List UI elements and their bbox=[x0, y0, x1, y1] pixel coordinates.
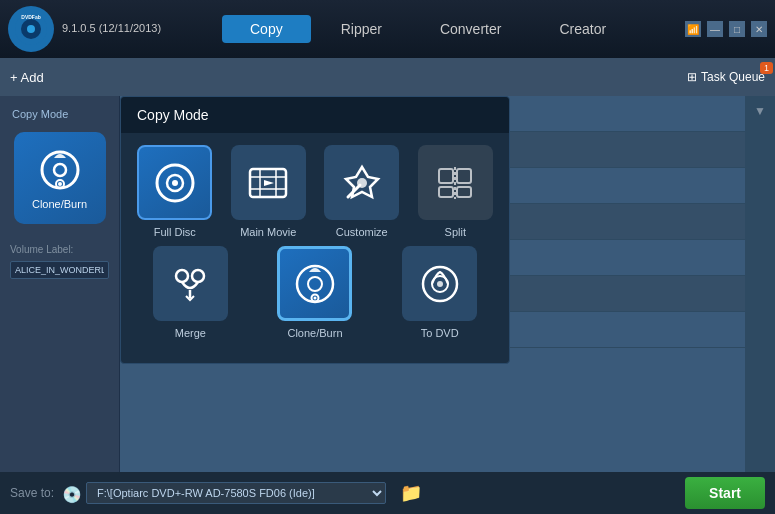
clone-burn-dropdown-label: Clone/Burn bbox=[287, 327, 342, 339]
mode-item-split[interactable]: Split bbox=[414, 145, 498, 238]
toolbar: + Add ⊞ Task Queue 1 bbox=[0, 58, 775, 96]
maximize-button[interactable]: □ bbox=[729, 21, 745, 37]
mode-item-customize[interactable]: Customize bbox=[320, 145, 404, 238]
copy-mode-dropdown: Copy Mode Full Disc bbox=[120, 96, 510, 364]
wifi-icon[interactable]: 📶 bbox=[685, 21, 701, 37]
clone-burn-sidebar-icon[interactable]: Clone/Burn bbox=[14, 132, 106, 224]
merge-icon bbox=[153, 246, 228, 321]
nav-tabs: Copy Ripper Converter Creator bbox=[179, 15, 677, 43]
svg-rect-20 bbox=[457, 169, 471, 183]
svg-rect-22 bbox=[457, 187, 471, 197]
tab-creator[interactable]: Creator bbox=[531, 15, 634, 43]
to-dvd-icon bbox=[402, 246, 477, 321]
customize-icon bbox=[324, 145, 399, 220]
copy-mode-dropdown-title: Copy Mode bbox=[121, 97, 509, 133]
main-movie-icon bbox=[231, 145, 306, 220]
titlebar: DVDFab 9.1.0.5 (12/11/2013) Copy Ripper … bbox=[0, 0, 775, 58]
add-button[interactable]: + Add bbox=[10, 70, 44, 85]
mode-item-full-disc[interactable]: Full Disc bbox=[133, 145, 217, 238]
svg-point-5 bbox=[54, 164, 66, 176]
merge-label: Merge bbox=[175, 327, 206, 339]
clone-burn-icon-dropdown bbox=[277, 246, 352, 321]
volume-input[interactable] bbox=[10, 261, 109, 279]
mode-item-to-dvd[interactable]: To DVD bbox=[382, 246, 497, 339]
folder-button[interactable]: 📁 bbox=[394, 482, 428, 504]
minimize-button[interactable]: — bbox=[707, 21, 723, 37]
sidebar: Copy Mode Clone/Burn Volume Label: bbox=[0, 96, 120, 472]
copy-mode-grid-row2: Merge Clone/Burn bbox=[121, 242, 509, 347]
copy-mode-grid-row1: Full Disc Main Movie bbox=[121, 133, 509, 242]
right-panel: ▼ bbox=[745, 96, 775, 472]
main-content: Copy Mode Full Disc bbox=[120, 96, 745, 472]
split-icon bbox=[418, 145, 493, 220]
full-disc-icon bbox=[137, 145, 212, 220]
window-controls: 📶 — □ ✕ bbox=[685, 21, 767, 37]
svg-point-25 bbox=[192, 270, 204, 282]
svg-point-30 bbox=[313, 296, 316, 299]
full-disc-label: Full Disc bbox=[154, 226, 196, 238]
svg-text:DVDFab: DVDFab bbox=[21, 14, 40, 20]
task-queue-icon: ⊞ bbox=[687, 70, 697, 84]
svg-marker-16 bbox=[264, 180, 274, 186]
bottombar: Save to: 💿 F:\[Optiarc DVD+-RW AD-7580S … bbox=[0, 472, 775, 514]
app-version: 9.1.0.5 (12/11/2013) bbox=[62, 21, 161, 36]
mode-item-clone-burn[interactable]: Clone/Burn bbox=[258, 246, 373, 339]
drive-select[interactable]: F:\[Optiarc DVD+-RW AD-7580S FD06 (Ide)] bbox=[86, 482, 386, 504]
disc-icon: 💿 bbox=[62, 485, 78, 501]
mode-item-merge[interactable]: Merge bbox=[133, 246, 248, 339]
svg-point-33 bbox=[437, 281, 443, 287]
save-to-label: Save to: bbox=[10, 486, 54, 500]
task-queue-label: Task Queue bbox=[701, 70, 765, 84]
main-area: Copy Mode Clone/Burn Volume Label: bbox=[0, 96, 775, 472]
dropdown-arrow-icon[interactable]: ▼ bbox=[754, 104, 766, 118]
clone-burn-label: Clone/Burn bbox=[32, 198, 87, 210]
split-label: Split bbox=[445, 226, 466, 238]
svg-point-2 bbox=[27, 25, 35, 33]
tab-copy[interactable]: Copy bbox=[222, 15, 311, 43]
svg-point-28 bbox=[308, 277, 322, 291]
task-queue-badge: 1 bbox=[760, 62, 773, 74]
close-button[interactable]: ✕ bbox=[751, 21, 767, 37]
tab-ripper[interactable]: Ripper bbox=[313, 15, 410, 43]
to-dvd-label: To DVD bbox=[421, 327, 459, 339]
mode-item-main-movie[interactable]: Main Movie bbox=[227, 145, 311, 238]
start-button[interactable]: Start bbox=[685, 477, 765, 509]
copy-mode-label: Copy Mode bbox=[4, 104, 115, 124]
svg-rect-19 bbox=[439, 169, 453, 183]
svg-point-10 bbox=[172, 180, 178, 186]
svg-point-7 bbox=[58, 182, 62, 186]
task-queue-button[interactable]: ⊞ Task Queue 1 bbox=[687, 70, 765, 84]
svg-rect-21 bbox=[439, 187, 453, 197]
volume-label: Volume Label: bbox=[10, 244, 109, 255]
customize-label: Customize bbox=[336, 226, 388, 238]
svg-point-24 bbox=[176, 270, 188, 282]
volume-section: Volume Label: bbox=[4, 236, 115, 287]
app-logo: DVDFab bbox=[8, 6, 54, 52]
main-movie-label: Main Movie bbox=[240, 226, 296, 238]
tab-converter[interactable]: Converter bbox=[412, 15, 529, 43]
